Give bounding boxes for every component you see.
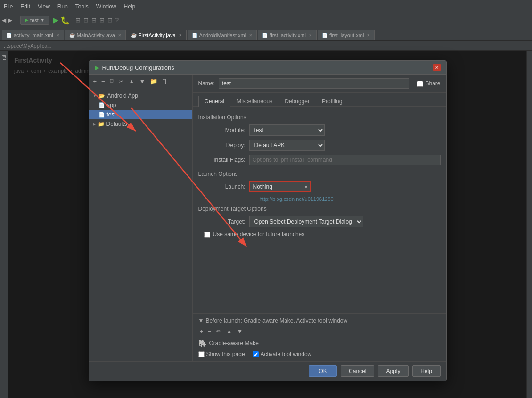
tree-defaults[interactable]: ▶ 📁 Defaults	[89, 119, 192, 129]
tree-test[interactable]: 📄 test	[89, 110, 192, 119]
debug-button[interactable]: 🐛	[60, 16, 70, 25]
copy-config-button[interactable]: ⧉	[108, 76, 115, 86]
ide-menubar: File Edit View Run Tools Window Help	[0, 0, 532, 13]
deploy-label: Deploy:	[198, 142, 246, 149]
ide-toolbar: ◀ ▶ ▶ test ▼ ▶ 🐛 ⊞ ⊡ ⊟ ⊞ ⊡ ?	[0, 13, 532, 27]
config-tabs-bar: General Miscellaneous Debugger Profiling	[193, 93, 446, 107]
same-device-checkbox[interactable]	[204, 232, 210, 238]
tab-icon: ☕	[69, 33, 75, 38]
run-config-dropdown[interactable]: ▶ test ▼	[20, 16, 49, 25]
menu-tools[interactable]: Tools	[74, 2, 90, 11]
remove-config-button[interactable]: −	[100, 77, 106, 86]
deploy-field-row: Deploy: Default APK	[198, 140, 441, 151]
tab-label: MainActivity.java	[77, 33, 115, 38]
tab-close[interactable]: ✕	[309, 33, 312, 38]
target-label: Target:	[198, 218, 246, 225]
tree-android-app[interactable]: ▼ 📂 Android App	[89, 91, 192, 100]
module-label: Module:	[198, 127, 246, 133]
tab-label: FirstActivity.java	[139, 33, 176, 38]
launch-options-label: Launch Options	[198, 171, 441, 177]
tab-mainactivity[interactable]: ☕ MainActivity.java ✕	[65, 30, 126, 40]
install-flags-input[interactable]	[249, 155, 441, 165]
sort-button[interactable]: ⇅	[161, 77, 169, 86]
dialog-close-button[interactable]: ✕	[433, 64, 441, 71]
tab-close[interactable]: ✕	[118, 33, 122, 38]
toolbar-nav-back[interactable]: ◀	[2, 17, 6, 24]
deploy-select[interactable]: Default APK	[249, 140, 325, 151]
remove-task-button[interactable]: −	[206, 327, 213, 336]
tab-profiling[interactable]: Profiling	[316, 96, 348, 107]
show-page-checkbox[interactable]	[198, 351, 205, 357]
share-checkbox[interactable]	[417, 81, 423, 87]
tab-activity-main[interactable]: 📄 activity_main.xml ✕	[2, 30, 64, 40]
tab-androidmanifest[interactable]: 📄 AndroidManifest.xml ✕	[188, 30, 257, 40]
name-row: Name: Share	[193, 75, 446, 93]
code-editor: FirstActivity java › com › example › adm…	[8, 51, 526, 398]
module-field-row: Module: test	[198, 124, 441, 136]
tab-first-layout-xml[interactable]: 📄 first_layout.xml ✕	[318, 30, 375, 40]
activate-window-checkbox[interactable]	[253, 351, 259, 357]
ok-button[interactable]: OK	[309, 365, 337, 377]
gradle-make-label: Gradle-aware Make	[209, 340, 259, 347]
move-task-down-button[interactable]: ▼	[236, 327, 245, 336]
bottom-checks-row: Show this page Activate tool window	[198, 351, 441, 357]
run-button[interactable]: ▶	[53, 16, 58, 25]
run-debug-dialog: ▶ Run/Debug Configurations ✕ + − ⧉ ✂	[89, 60, 447, 381]
menu-items[interactable]: File Edit View Run Tools Window Help	[2, 2, 137, 11]
toolbar-icon-2[interactable]: ⊡	[83, 17, 89, 24]
dialog-title-text: ▶ Run/Debug Configurations	[95, 64, 174, 71]
toolbar-icon-6[interactable]: ?	[115, 17, 119, 24]
menu-run[interactable]: Run	[56, 2, 70, 11]
tab-debugger[interactable]: Debugger	[278, 96, 316, 107]
before-launch-header[interactable]: ▼ Before launch: Gradle-aware Make, Acti…	[198, 317, 441, 324]
tab-icon: 📄	[262, 33, 268, 38]
move-task-up-button[interactable]: ▲	[225, 327, 234, 336]
install-flags-label: Install Flags:	[198, 157, 246, 163]
dialog-titlebar: ▶ Run/Debug Configurations ✕	[89, 61, 446, 75]
menu-file[interactable]: File	[2, 2, 15, 11]
show-page-label: Show this page	[206, 351, 245, 357]
add-config-button[interactable]: +	[92, 77, 98, 86]
tree-item-label: Defaults	[106, 121, 127, 127]
tab-close[interactable]: ✕	[249, 33, 253, 38]
toolbar-icon-4[interactable]: ⊞	[99, 17, 105, 24]
tab-miscellaneous[interactable]: Miscellaneous	[230, 96, 278, 107]
workspace: rat FirstActivity java › com › example ›…	[0, 51, 532, 398]
cancel-button[interactable]: Cancel	[341, 365, 374, 377]
tab-firstactivity[interactable]: ☕ FirstActivity.java ✕	[127, 30, 187, 40]
breadcrumb-workspace: ...space\MyApplica...	[4, 43, 52, 49]
target-select[interactable]: Open Select Deployment Target Dialog USB…	[249, 216, 363, 227]
tab-close[interactable]: ✕	[367, 33, 370, 38]
toolbar-nav-forward[interactable]: ▶	[8, 17, 12, 24]
edit-task-button[interactable]: ✏	[215, 327, 223, 336]
launch-select[interactable]: Nothing Default Activity Specified Activ…	[249, 181, 311, 192]
help-button[interactable]: Help	[412, 365, 441, 377]
add-task-button[interactable]: +	[198, 327, 205, 336]
tab-close[interactable]: ✕	[56, 33, 60, 38]
name-input[interactable]	[219, 78, 410, 89]
dialog-left-panel: + − ⧉ ✂ ▲ ▼ 📁 ⇅ ▼ 📂	[89, 75, 193, 361]
android-folder-icon: 📂	[98, 93, 105, 99]
tree-app[interactable]: 📄 app	[89, 100, 192, 110]
installation-options-label: Installation Options	[198, 114, 441, 121]
menu-view[interactable]: View	[36, 2, 52, 11]
menu-edit[interactable]: Edit	[18, 2, 32, 11]
folder-button[interactable]: 📁	[148, 77, 159, 86]
move-config-button[interactable]: ✂	[117, 77, 125, 86]
gradle-make-item: 🐘 Gradle-aware Make	[198, 339, 441, 348]
move-down-button[interactable]: ▼	[138, 77, 147, 86]
toolbar-icon-5[interactable]: ⊡	[107, 17, 113, 24]
tab-close[interactable]: ✕	[179, 33, 182, 38]
activate-window-label: Activate tool window	[261, 351, 312, 357]
dialog-right-panel: Name: Share General Miscellaneous Debugg	[193, 75, 446, 361]
menu-help[interactable]: Help	[122, 2, 138, 11]
tab-first-activity-xml[interactable]: 📄 first_activity.xml ✕	[258, 30, 317, 40]
toolbar-icon-1[interactable]: ⊞	[75, 17, 81, 24]
config-tree: ▼ 📂 Android App 📄 app 📄 test	[89, 88, 192, 361]
apply-button[interactable]: Apply	[378, 365, 408, 377]
module-select[interactable]: test	[249, 124, 325, 136]
tab-general[interactable]: General	[198, 96, 231, 107]
menu-window[interactable]: Window	[94, 2, 118, 11]
toolbar-icon-3[interactable]: ⊟	[91, 17, 97, 24]
move-up-button[interactable]: ▲	[127, 77, 136, 86]
